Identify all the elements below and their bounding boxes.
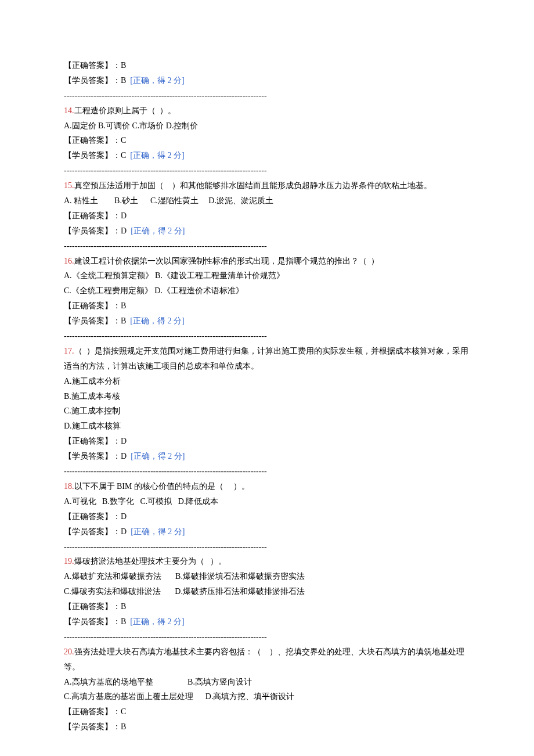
correct-answer-label: 【正确答案】： xyxy=(64,707,121,716)
question-stem: 16.建设工程计价依据第一次以国家强制性标准的形式出现，是指哪个规范的推出？（ … xyxy=(64,254,470,269)
correct-answer-label: 【正确答案】： xyxy=(64,61,121,70)
question-14: 14.工程造价原则上属于（ ）。 A.固定价 B.可调价 C.市场价 D.控制价… xyxy=(64,103,470,178)
option-a: A.施工成本分析 xyxy=(64,374,470,389)
question-text: 工程造价原则上属于（ ）。 xyxy=(74,106,176,115)
exam-page: 【正确答案】：B 【学员答案】：B [正确，得 2 分] -----------… xyxy=(0,0,534,756)
question-stem: 14.工程造价原则上属于（ ）。 xyxy=(64,103,470,118)
question-20: 20.强夯法处理大块石高填方地基技术主要内容包括：（ ）、挖填交界处的处理、大块… xyxy=(64,645,470,735)
correct-answer-label: 【正确答案】： xyxy=(64,211,121,220)
student-answer-label: 【学员答案】： xyxy=(64,316,121,325)
divider: ----------------------------------------… xyxy=(64,239,470,254)
correct-answer-row: 【正确答案】：D xyxy=(64,434,470,449)
correct-answer-row: 【正确答案】：D xyxy=(64,509,470,524)
student-answer-row: 【学员答案】：B [正确，得 2 分] xyxy=(64,314,470,329)
student-answer-label: 【学员答案】： xyxy=(64,226,121,235)
student-answer-label: 【学员答案】： xyxy=(64,76,121,85)
question-stem: 19.爆破挤淤法地基处理技术主要分为（ ）。 xyxy=(64,554,470,569)
question-text: 强夯法处理大块石高填方地基技术主要内容包括：（ ）、挖填交界处的处理、大块石高填… xyxy=(64,647,464,671)
student-answer-row: 【学员答案】：B [正确，得 2 分] xyxy=(64,614,470,629)
student-answer-label: 【学员答案】： xyxy=(64,452,121,460)
options-row-2: C.《全统工程费用定额》 D.《工程造价术语标准》 xyxy=(64,283,470,298)
correct-answer-value: D xyxy=(121,437,127,445)
student-answer-label: 【学员答案】： xyxy=(64,722,121,731)
correct-answer-label: 【正确答案】： xyxy=(64,512,121,521)
option-c: C.施工成本控制 xyxy=(64,404,470,419)
options-row: A.可视化 B.数字化 C.可模拟 D.降低成本 xyxy=(64,494,470,509)
student-answer-value: D xyxy=(121,452,131,460)
question-text: 爆破挤淤法地基处理技术主要分为（ ）。 xyxy=(74,557,227,566)
correct-answer-label: 【正确答案】： xyxy=(64,602,121,611)
options-row-2: C.高填方基底的基岩面上覆土层处理 D.高填方挖、填平衡设计 xyxy=(64,689,470,704)
divider: ----------------------------------------… xyxy=(64,329,470,344)
correct-answer-row: 【正确答案】：B xyxy=(64,58,470,73)
question-17: 17.（ ）是指按照规定开支范围对施工费用进行归集，计算出施工费用的实际发生额，… xyxy=(64,344,470,479)
question-number: 17. xyxy=(64,347,74,355)
question-19: 19.爆破挤淤法地基处理技术主要分为（ ）。 A.爆破扩充法和爆破振夯法 B.爆… xyxy=(64,554,470,644)
correct-answer-value: C xyxy=(121,136,126,145)
student-answer-label: 【学员答案】： xyxy=(64,617,121,626)
score-text: [正确，得 2 分] xyxy=(131,527,185,536)
options-row: A. 粘性土 B.砂土 C.湿陷性黄土 D.淤泥、淤泥质土 xyxy=(64,193,470,208)
student-answer-value: D xyxy=(121,527,131,536)
question-text: （ ）是指按照规定开支范围对施工费用进行归集，计算出施工费用的实际发生额，并根据… xyxy=(64,347,468,370)
student-answer-row: 【学员答案】：D [正确，得 2 分] xyxy=(64,224,470,239)
question-18: 18.以下不属于 BIM 的核心价值的特点的是（ ）。 A.可视化 B.数字化 … xyxy=(64,479,470,554)
question-16: 16.建设工程计价依据第一次以国家强制性标准的形式出现，是指哪个规范的推出？（ … xyxy=(64,254,470,344)
student-answer-row: 【学员答案】：B xyxy=(64,719,470,735)
question-number: 20. xyxy=(64,647,74,656)
correct-answer-row: 【正确答案】：C xyxy=(64,704,470,719)
student-answer-row: 【学员答案】：D [正确，得 2 分] xyxy=(64,449,470,464)
correct-answer-value: D xyxy=(121,211,127,220)
student-answer-value: B xyxy=(121,722,126,731)
question-stem: 20.强夯法处理大块石高填方地基技术主要内容包括：（ ）、挖填交界处的处理、大块… xyxy=(64,645,470,675)
divider: ----------------------------------------… xyxy=(64,88,470,103)
divider: ----------------------------------------… xyxy=(64,539,470,555)
correct-answer-value: B xyxy=(121,602,126,611)
question-stem: 15.真空预压法适用于加固（ ）和其他能够排水固结而且能形成负超静水压力边界条件… xyxy=(64,178,470,193)
question-number: 14. xyxy=(64,106,74,115)
correct-answer-row: 【正确答案】：B xyxy=(64,599,470,614)
correct-answer-value: B xyxy=(121,301,126,310)
student-answer-value: B xyxy=(121,617,130,626)
correct-answer-value: D xyxy=(121,512,127,521)
student-answer-row: 【学员答案】：C [正确，得 2 分] xyxy=(64,148,470,163)
question-text: 建设工程计价依据第一次以国家强制性标准的形式出现，是指哪个规范的推出？（ ） xyxy=(74,257,379,265)
correct-answer-row: 【正确答案】：C xyxy=(64,133,470,148)
correct-answer-label: 【正确答案】： xyxy=(64,301,121,310)
student-answer-value: C xyxy=(121,151,130,160)
score-text: [正确，得 2 分] xyxy=(130,151,184,160)
question-stem: 17.（ ）是指按照规定开支范围对施工费用进行归集，计算出施工费用的实际发生额，… xyxy=(64,344,470,374)
question-number: 16. xyxy=(64,257,74,265)
correct-answer-label: 【正确答案】： xyxy=(64,136,121,145)
question-13-tail: 【正确答案】：B 【学员答案】：B [正确，得 2 分] -----------… xyxy=(64,58,470,103)
question-text: 以下不属于 BIM 的核心价值的特点的是（ ）。 xyxy=(74,482,250,491)
question-15: 15.真空预压法适用于加固（ ）和其他能够排水固结而且能形成负超静水压力边界条件… xyxy=(64,178,470,253)
question-number: 15. xyxy=(64,181,74,190)
option-d: D.施工成本核算 xyxy=(64,419,470,434)
question-text: 真空预压法适用于加固（ ）和其他能够排水固结而且能形成负超静水压力边界条件的软粘… xyxy=(74,181,432,190)
option-b: B.施工成本考核 xyxy=(64,389,470,404)
student-answer-value: B xyxy=(121,316,130,325)
options-row-1: A.《全统工程预算定额》 B.《建设工程工程量清单计价规范》 xyxy=(64,268,470,283)
question-stem: 18.以下不属于 BIM 的核心价值的特点的是（ ）。 xyxy=(64,479,470,494)
correct-answer-value: C xyxy=(121,707,126,716)
options-row: A.固定价 B.可调价 C.市场价 D.控制价 xyxy=(64,118,470,134)
divider: ----------------------------------------… xyxy=(64,629,470,645)
correct-answer-row: 【正确答案】：B xyxy=(64,298,470,314)
divider: ----------------------------------------… xyxy=(64,163,470,178)
student-answer-value: B xyxy=(121,76,130,85)
score-text: [正确，得 2 分] xyxy=(131,452,185,460)
question-number: 18. xyxy=(64,482,74,491)
score-text: [正确，得 2 分] xyxy=(130,76,184,85)
score-text: [正确，得 2 分] xyxy=(131,226,185,235)
correct-answer-value: B xyxy=(121,61,126,70)
score-text: [正确，得 2 分] xyxy=(130,617,184,626)
question-number: 19. xyxy=(64,557,74,566)
options-row-1: A.高填方基底的场地平整 B.高填方竖向设计 xyxy=(64,675,470,690)
student-answer-label: 【学员答案】： xyxy=(64,527,121,536)
options-row-2: C.爆破夯实法和爆破排淤法 D.爆破挤压排石法和爆破排淤排石法 xyxy=(64,584,470,599)
correct-answer-label: 【正确答案】： xyxy=(64,437,121,445)
divider: ----------------------------------------… xyxy=(64,464,470,479)
options-row-1: A.爆破扩充法和爆破振夯法 B.爆破排淤填石法和爆破振夯密实法 xyxy=(64,569,470,584)
correct-answer-row: 【正确答案】：D xyxy=(64,208,470,224)
